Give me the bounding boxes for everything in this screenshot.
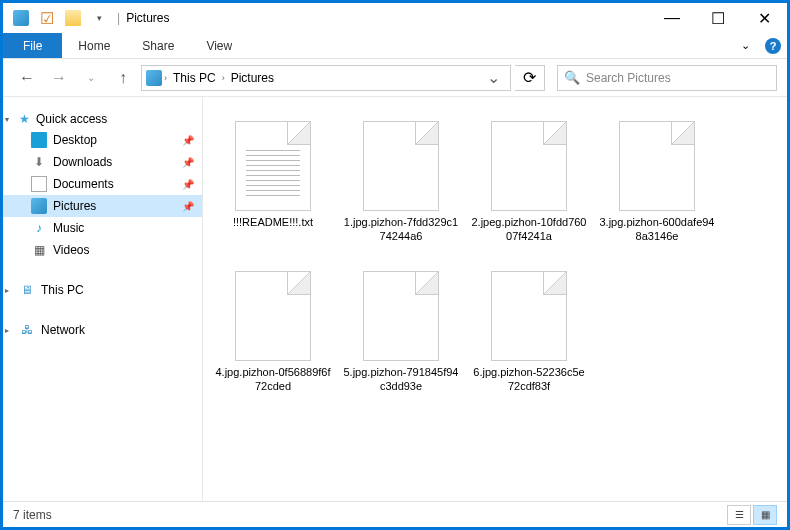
search-input[interactable]: 🔍 Search Pictures [557,65,777,91]
textfile-icon [235,121,311,211]
sidebar-item-pictures[interactable]: Pictures 📌 [3,195,202,217]
titlebar[interactable]: ☑ ▾ | Pictures — ☐ ✕ [3,3,787,33]
pin-icon: 📌 [182,179,194,190]
back-button[interactable]: ← [13,64,41,92]
pictures-icon [31,198,47,214]
quick-access-toolbar: ☑ ▾ [9,6,111,30]
file-label: 2.jpeg.pizhon-10fdd76007f4241a [471,215,587,244]
file-label: 3.jpg.pizhon-600dafe948a3146e [599,215,715,244]
crumb-separator-icon[interactable]: › [222,73,225,83]
sidebar-item-music[interactable]: ♪ Music [3,217,202,239]
file-icon [491,121,567,211]
item-count: 7 items [13,508,52,522]
sidebar-item-videos[interactable]: ▦ Videos [3,239,202,261]
network-icon: 🖧 [19,322,35,338]
forward-button[interactable]: → [45,64,73,92]
navigation-bar: ← → ⌄ ↑ › This PC › Pictures ⌄ ⟳ 🔍 Searc… [3,59,787,97]
navigation-pane[interactable]: ▾ ★ Quick access Desktop 📌 ⬇ Downloads 📌… [3,97,203,501]
app-icon [9,6,33,30]
chevron-right-icon[interactable]: ▸ [5,286,9,295]
qat-properties-icon[interactable]: ☑ [35,6,59,30]
view-details-button[interactable]: ☰ [727,505,751,525]
pin-icon: 📌 [182,157,194,168]
tab-view[interactable]: View [190,33,248,58]
refresh-button[interactable]: ⟳ [515,65,545,91]
pin-icon: 📌 [182,135,194,146]
pin-icon: 📌 [182,201,194,212]
star-icon: ★ [19,112,30,126]
main-area: ▾ ★ Quick access Desktop 📌 ⬇ Downloads 📌… [3,97,787,501]
file-icon [619,121,695,211]
music-icon: ♪ [31,220,47,236]
file-icon [363,271,439,361]
download-icon: ⬇ [31,154,47,170]
sidebar-item-documents[interactable]: Documents 📌 [3,173,202,195]
file-icon [235,271,311,361]
up-button[interactable]: ↑ [109,64,137,92]
file-label: 1.jpg.pizhon-7fdd329c174244a6 [343,215,459,244]
file-item[interactable]: 4.jpg.pizhon-0f56889f6f72cded [209,265,337,415]
file-icon [491,271,567,361]
sidebar-item-network[interactable]: ▸ 🖧 Network [3,319,202,341]
file-list[interactable]: !!!README!!!.txt1.jpg.pizhon-7fdd329c174… [203,97,787,501]
tab-share[interactable]: Share [126,33,190,58]
breadcrumb[interactable]: Pictures [227,71,278,85]
file-icon [363,121,439,211]
ribbon-expand-icon[interactable]: ⌄ [731,33,759,58]
sidebar-item-thispc[interactable]: ▸ 🖥 This PC [3,279,202,301]
breadcrumb[interactable]: This PC [169,71,220,85]
tab-file[interactable]: File [3,33,62,58]
recent-locations-button[interactable]: ⌄ [77,64,105,92]
file-item[interactable]: 2.jpeg.pizhon-10fdd76007f4241a [465,115,593,265]
qat-customize-icon[interactable]: ▾ [87,6,111,30]
view-largeicons-button[interactable]: ▦ [753,505,777,525]
ribbon: File Home Share View ⌄ ? [3,33,787,59]
help-button[interactable]: ? [759,33,787,58]
pc-icon: 🖥 [19,282,35,298]
location-icon [146,70,162,86]
chevron-right-icon[interactable]: ▸ [5,326,9,335]
status-bar: 7 items ☰ ▦ [3,501,787,527]
tab-home[interactable]: Home [62,33,126,58]
window-title: Pictures [126,11,169,25]
video-icon: ▦ [31,242,47,258]
file-item[interactable]: 1.jpg.pizhon-7fdd329c174244a6 [337,115,465,265]
file-label: 6.jpg.pizhon-52236c5e72cdf83f [471,365,587,394]
document-icon [31,176,47,192]
chevron-down-icon[interactable]: ▾ [5,115,9,124]
sidebar-item-quickaccess[interactable]: ▾ ★ Quick access [3,109,202,129]
search-placeholder: Search Pictures [586,71,671,85]
sidebar-item-desktop[interactable]: Desktop 📌 [3,129,202,151]
file-item[interactable]: !!!README!!!.txt [209,115,337,265]
close-button[interactable]: ✕ [741,3,787,33]
file-item[interactable]: 5.jpg.pizhon-791845f94c3dd93e [337,265,465,415]
file-label: !!!README!!!.txt [233,215,313,229]
title-separator: | [117,11,120,25]
file-label: 5.jpg.pizhon-791845f94c3dd93e [343,365,459,394]
file-item[interactable]: 6.jpg.pizhon-52236c5e72cdf83f [465,265,593,415]
explorer-window: ☑ ▾ | Pictures — ☐ ✕ File Home Share Vie… [3,3,787,527]
crumb-separator-icon[interactable]: › [164,73,167,83]
address-dropdown-icon[interactable]: ⌄ [481,68,506,87]
minimize-button[interactable]: — [649,3,695,33]
desktop-icon [31,132,47,148]
file-item[interactable]: 3.jpg.pizhon-600dafe948a3146e [593,115,721,265]
maximize-button[interactable]: ☐ [695,3,741,33]
sidebar-item-downloads[interactable]: ⬇ Downloads 📌 [3,151,202,173]
qat-newfolder-icon[interactable] [61,6,85,30]
search-icon: 🔍 [564,70,580,85]
file-label: 4.jpg.pizhon-0f56889f6f72cded [215,365,331,394]
address-bar[interactable]: › This PC › Pictures ⌄ [141,65,511,91]
